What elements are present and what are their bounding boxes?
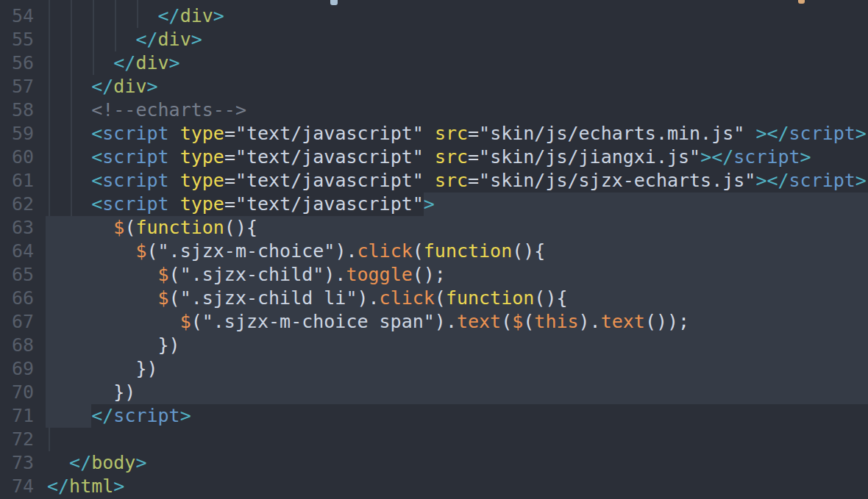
code-line[interactable]: $(function(){ <box>47 216 257 240</box>
code-token: script <box>733 146 800 168</box>
code-token: div <box>180 5 213 26</box>
code-token: src <box>435 170 468 191</box>
code-token: < <box>91 193 102 215</box>
line-number: 71 <box>0 404 34 428</box>
code-token: ".sjzx-child li" <box>180 287 357 309</box>
code-token: this <box>534 311 578 332</box>
code-line[interactable]: $(".sjzx-child li").click(function(){ <box>47 287 567 310</box>
code-token: (); <box>413 264 446 285</box>
code-token: </ <box>91 76 113 97</box>
code-line[interactable]: </body> <box>47 451 147 475</box>
code-token: ). <box>324 264 346 285</box>
code-token <box>424 123 435 144</box>
code-token: src <box>435 123 468 144</box>
code-token: </ <box>135 29 157 50</box>
code-token: </ <box>158 5 180 26</box>
code-line[interactable]: </script> <box>47 404 191 428</box>
code-line[interactable]: <script type="text/javascript"> <box>47 193 435 216</box>
code-token: "text/javascript" <box>235 146 424 168</box>
code-token: ( <box>146 240 157 262</box>
line-number: 70 <box>0 381 34 404</box>
code-token: <!--echarts--> <box>91 99 246 121</box>
code-token: function <box>446 287 534 309</box>
code-token: ( <box>501 311 512 332</box>
code-line[interactable]: $(".sjzx-child").toggle(); <box>47 263 446 287</box>
code-token: script <box>102 170 168 191</box>
code-token: (){ <box>534 287 567 309</box>
code-token: "text/javascript" <box>235 123 424 144</box>
code-token: $ <box>135 240 146 262</box>
code-line[interactable]: $(".sjzx-m-choice").click(function(){ <box>47 240 545 263</box>
code-token: }) <box>158 334 180 356</box>
clipped-glyph-fragment <box>330 0 338 5</box>
line-number: 68 <box>0 334 34 357</box>
code-token: </ <box>47 475 69 497</box>
code-token: </ <box>91 405 113 426</box>
code-line[interactable]: }) <box>47 357 158 381</box>
code-token: = <box>224 170 235 191</box>
code-token: click <box>380 287 435 309</box>
selection-highlight <box>424 193 868 216</box>
code-line[interactable]: <script type="text/javascript" src="skin… <box>47 122 867 146</box>
line-number: 63 <box>0 216 34 240</box>
code-token: "skin/js/echarts.min.js" <box>479 123 744 144</box>
code-token: = <box>468 170 479 191</box>
code-token: $ <box>113 217 124 238</box>
code-token: ( <box>523 311 534 332</box>
code-line[interactable]: }) <box>47 334 180 357</box>
code-token: > <box>113 475 124 497</box>
code-line[interactable]: <script type="text/javascript" src="skin… <box>47 169 867 193</box>
line-number: 66 <box>0 287 34 310</box>
code-token: }) <box>135 358 157 379</box>
code-token: script <box>113 405 179 426</box>
code-token: function <box>424 240 512 262</box>
line-number: 65 <box>0 263 34 287</box>
code-token: function <box>135 217 224 238</box>
code-token: ( <box>169 287 180 309</box>
line-number: 62 <box>0 193 34 216</box>
code-token: = <box>468 123 479 144</box>
line-number: 73 <box>0 451 34 475</box>
code-line[interactable]: </div> <box>47 51 180 75</box>
code-token: ></ <box>700 146 733 168</box>
code-token: }) <box>113 381 135 403</box>
code-line[interactable]: </div> <box>47 4 224 28</box>
code-line[interactable]: $(".sjzx-m-choice span").text($(this).te… <box>47 310 689 334</box>
line-number: 60 <box>0 146 34 169</box>
code-token: ). <box>579 311 601 332</box>
code-token: ). <box>435 311 457 332</box>
code-token: > <box>800 146 811 168</box>
code-token: ( <box>169 264 180 285</box>
code-token: type <box>180 193 224 215</box>
code-token: body <box>91 452 135 473</box>
code-token: = <box>224 146 235 168</box>
code-line[interactable]: </div> <box>47 75 158 98</box>
code-token: ( <box>191 311 202 332</box>
code-token: div <box>158 29 191 50</box>
code-token: ( <box>124 217 135 238</box>
code-token: "skin/js/sjzx-echarts.js" <box>479 170 755 191</box>
code-token: script <box>789 123 855 144</box>
code-token: ".sjzx-m-choice" <box>158 240 335 262</box>
code-token: text <box>457 311 501 332</box>
code-token: div <box>135 52 168 73</box>
code-line[interactable]: </div> <box>47 28 202 51</box>
code-token: ()); <box>645 311 689 332</box>
code-token: ). <box>357 287 379 309</box>
code-token: > <box>135 452 146 473</box>
code-token: click <box>357 240 412 262</box>
code-line[interactable]: <!--echarts--> <box>47 98 246 122</box>
code-token: "text/javascript" <box>235 170 424 191</box>
code-token: > <box>191 29 202 50</box>
code-token: script <box>789 170 855 191</box>
code-token: script <box>102 146 168 168</box>
code-line[interactable]: }) <box>47 381 135 404</box>
code-line[interactable]: <script type="text/javascript" src="skin… <box>47 146 811 169</box>
code-line[interactable]: </html> <box>47 475 124 498</box>
code-token: $ <box>180 311 191 332</box>
line-number: 55 <box>0 28 34 51</box>
code-token: (){ <box>512 240 545 262</box>
code-token: < <box>91 123 102 144</box>
code-token: < <box>91 170 102 191</box>
code-token <box>169 170 180 191</box>
